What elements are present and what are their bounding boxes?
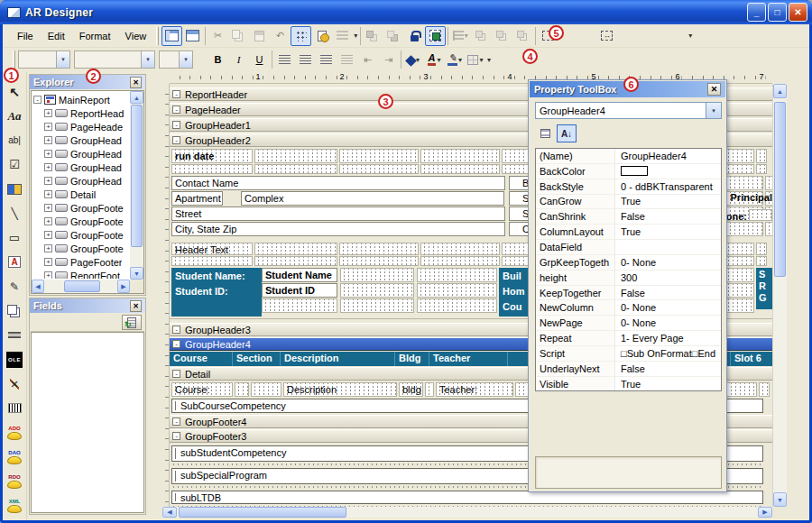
refresh-fields-button[interactable]: ↻ (122, 315, 142, 330)
property-row[interactable]: DataField (536, 240, 721, 255)
categorized-view-button[interactable] (535, 124, 555, 142)
collapse-icon[interactable]: - (172, 136, 180, 144)
tree-expand-toggle[interactable]: + (44, 150, 52, 158)
scroll-up-button[interactable]: ▲ (773, 84, 787, 98)
reorder-sections-button[interactable] (332, 26, 353, 46)
align-button[interactable]: ▾ (450, 26, 471, 46)
design-cell[interactable] (254, 164, 337, 174)
align-center-button[interactable] (295, 50, 316, 69)
tree-expand-toggle[interactable]: + (44, 190, 52, 198)
design-cell[interactable] (425, 382, 434, 397)
property-row[interactable]: BackStyle 0 - ddBKTransparent (536, 179, 721, 195)
tree-expand-toggle[interactable]: + (44, 163, 52, 171)
design-cell[interactable] (417, 268, 497, 282)
collapse-icon[interactable]: - (172, 90, 180, 98)
scroll-thumb[interactable] (179, 507, 346, 518)
tree-item[interactable]: + GroupFoote (32, 215, 129, 228)
shape-tool-icon[interactable]: ▭ (4, 225, 25, 250)
font-color-button[interactable]: A▾ (424, 50, 445, 69)
pagebreak-tool-icon[interactable] (4, 323, 25, 347)
design-cell[interactable] (340, 298, 414, 313)
property-row[interactable]: GrpKeepTogeth 0- None (536, 255, 721, 271)
scroll-right-button[interactable]: ▶ (758, 507, 772, 518)
scroll-left-button[interactable]: ◀ (162, 507, 177, 518)
fill-color-button[interactable]: ▾ (403, 50, 424, 69)
subreport-tool-icon[interactable] (4, 298, 25, 323)
street-field[interactable]: Street (171, 206, 505, 221)
make-same-size-button[interactable] (512, 26, 533, 46)
align-left-button[interactable] (274, 50, 295, 69)
copy-button[interactable] (228, 26, 249, 46)
bold-button[interactable]: B (208, 50, 228, 69)
property-row[interactable]: Visible True (536, 377, 721, 391)
page-setup-button[interactable] (311, 26, 332, 46)
design-cell[interactable] (340, 268, 414, 282)
property-row[interactable]: BackColor (536, 164, 721, 179)
tree-expand-toggle[interactable]: + (44, 217, 52, 225)
design-cell[interactable] (254, 149, 337, 163)
design-cell[interactable] (749, 209, 772, 221)
tree-item[interactable]: + GroupHead (32, 174, 129, 188)
property-row[interactable]: (Name) GroupHeader4 (536, 149, 721, 164)
richtext-tool-icon[interactable]: A (4, 250, 25, 274)
tree-item[interactable]: + GroupFoote (32, 228, 129, 242)
course-header-cell[interactable]: Course (170, 352, 233, 366)
tree-expand-toggle[interactable]: + (44, 258, 52, 266)
design-cell[interactable] (417, 298, 497, 313)
tree-item[interactable]: + GroupFoote (32, 201, 129, 215)
design-cell[interactable] (756, 243, 767, 255)
scroll-left-button[interactable]: ◀ (32, 280, 44, 293)
tree-item[interactable]: + GroupHead (32, 147, 129, 161)
tree-item[interactable]: + GroupHead (32, 161, 129, 174)
property-toolbox-close-button[interactable]: ✕ (707, 83, 721, 96)
collapse-icon[interactable]: - (172, 432, 180, 440)
design-cell[interactable] (339, 243, 419, 255)
tree-expand-toggle[interactable]: + (44, 231, 52, 239)
chevron-down-icon[interactable]: ▾ (141, 51, 154, 68)
design-cell[interactable] (420, 243, 500, 255)
tree-item[interactable]: - MainReport (32, 93, 129, 106)
fields-list-area[interactable] (31, 332, 144, 513)
color-swatch[interactable] (621, 166, 648, 176)
tree-item[interactable]: + GroupHead (32, 133, 129, 147)
teacher-header-cell[interactable]: Teacher (429, 352, 508, 366)
tree-item[interactable]: + PageHeade (32, 120, 129, 133)
size-to-grid-button[interactable]: ↔ (596, 26, 617, 46)
rdo-data-control-icon[interactable]: RDO (4, 469, 25, 493)
section-header-cell[interactable]: Section (233, 352, 281, 366)
chevron-down-icon[interactable]: ▾ (56, 51, 69, 68)
scroll-thumb[interactable] (64, 280, 100, 292)
pointer-tool-icon[interactable]: ↖ (4, 79, 25, 104)
design-cell[interactable] (254, 243, 337, 255)
make-same-width-button[interactable] (471, 26, 492, 46)
student-name-field[interactable]: Student Name (262, 268, 337, 282)
tree-expand-toggle[interactable]: + (44, 244, 52, 252)
collapse-icon[interactable]: - (172, 340, 180, 348)
bldg-field[interactable]: bldg (399, 382, 423, 397)
design-cell[interactable] (171, 256, 253, 266)
alphabetical-sort-button[interactable]: A↓ (557, 124, 577, 142)
send-to-back-button[interactable] (383, 26, 404, 46)
student-id-field[interactable]: Student ID (262, 283, 337, 298)
tree-expand-toggle[interactable]: + (44, 136, 52, 144)
explorer-horizontal-scrollbar[interactable]: ◀ ▶ (32, 280, 130, 293)
tree-expand-toggle[interactable]: + (44, 204, 52, 212)
design-cell[interactable] (339, 164, 419, 174)
custom-control-tool-icon[interactable]: ✕ (4, 372, 25, 396)
property-row[interactable]: NewColumn 0- None (536, 300, 721, 316)
fields-panel-header[interactable]: Fields ✕ (30, 298, 145, 313)
report-explorer-toggle-button[interactable] (161, 26, 182, 46)
menu-item[interactable]: Edit (41, 28, 72, 44)
menu-item[interactable]: Format (72, 28, 118, 44)
property-row[interactable]: Script □Sub OnFormat□End (536, 346, 721, 362)
bring-to-front-button[interactable] (363, 26, 383, 46)
toolbar-more-dropdown[interactable]: ▾ (353, 32, 358, 40)
tree-item[interactable]: + Detail (32, 188, 129, 201)
explorer-close-button[interactable]: ✕ (130, 77, 142, 88)
property-row[interactable]: KeepTogether False (536, 286, 721, 301)
design-cell[interactable] (339, 256, 419, 266)
line-color-button[interactable]: ✎▾ (445, 50, 466, 69)
property-row[interactable]: ColumnLayout True (536, 225, 721, 240)
lock-controls-button[interactable] (404, 26, 425, 46)
line-tool-icon[interactable]: ╲ (4, 201, 25, 225)
